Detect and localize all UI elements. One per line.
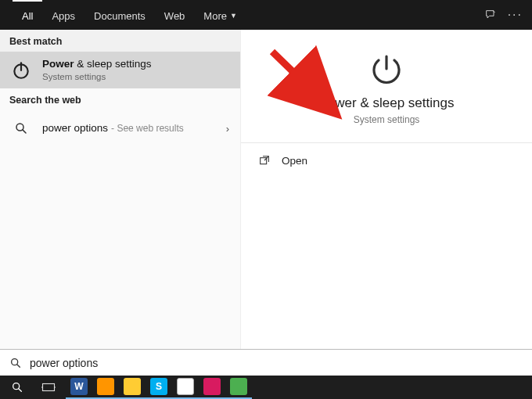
search-input[interactable] [30,357,523,369]
results-body: Best match Power & sleep settings System… [0,30,532,349]
more-options-icon[interactable]: ··· [508,8,523,22]
search-box-row [0,349,532,376]
app6-icon[interactable] [199,376,225,399]
firefox-app-icon[interactable] [92,376,119,399]
power-icon [9,59,33,82]
chevron-right-icon: › [226,123,229,135]
detail-title: Power & sleep settings [319,95,455,111]
app7-icon-glyph [230,378,247,395]
best-match-header: Best match [0,30,240,52]
taskbar-search-button[interactable] [3,376,31,399]
tab-documents[interactable]: Documents [84,0,155,30]
tab-web[interactable]: Web [155,0,195,30]
svg-line-9 [19,389,22,392]
app7-icon[interactable] [225,376,252,399]
search-icon [9,117,33,140]
search-web-header: Search the web [0,88,240,110]
tab-all[interactable]: All [13,0,42,30]
best-match-subtitle: System settings [42,71,152,82]
chevron-down-icon: ▼ [230,12,237,20]
best-match-result[interactable]: Power & sleep settings System settings [0,52,240,88]
firefox-app-icon-glyph [97,378,114,395]
web-result[interactable]: power options- See web results › [0,110,240,146]
tab-apps[interactable]: Apps [42,0,84,30]
task-view-button[interactable] [34,376,63,399]
file-explorer-icon-glyph [124,378,141,395]
file-explorer-icon[interactable] [119,376,146,399]
svg-rect-10 [43,384,55,391]
app5-icon-glyph [177,378,194,395]
tab-more[interactable]: More ▼ [194,0,246,30]
search-icon [9,357,22,369]
power-icon [368,50,405,88]
open-label: Open [282,155,307,167]
tab-more-label: More [203,10,227,22]
results-list: Best match Power & sleep settings System… [0,30,241,349]
skype-app-icon-glyph: S [150,378,167,395]
open-action[interactable]: Open [241,143,532,178]
web-result-title: power options- See web results [42,122,184,135]
app5-icon[interactable] [172,376,199,399]
taskbar: WS [0,376,532,399]
app6-icon-glyph [203,378,221,395]
detail-subtitle: System settings [354,114,420,125]
word-app-icon[interactable]: W [66,376,92,399]
open-icon [258,154,271,167]
best-match-title: Power & sleep settings [42,58,152,71]
result-detail-pane: Power & sleep settings System settings O… [241,30,532,349]
word-app-icon-glyph: W [70,378,88,395]
search-scope-tabbar: All Apps Documents Web More ▼ ··· [0,0,532,30]
svg-line-7 [17,364,20,367]
skype-app-icon[interactable]: S [146,376,172,399]
feedback-icon[interactable] [484,9,497,21]
svg-line-3 [23,130,26,133]
